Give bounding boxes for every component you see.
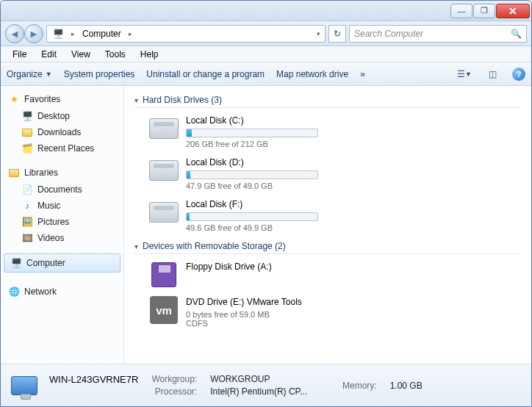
chevron-right-icon[interactable]: ▸ (68, 30, 78, 37)
hard-drive-icon (149, 157, 179, 184)
drive-filesystem: CDFS (186, 319, 326, 328)
workgroup-value: WORKGROUP (210, 374, 307, 385)
menu-view[interactable]: View (64, 48, 98, 61)
libraries-icon (8, 167, 20, 179)
section-hard-disk-drives[interactable]: ▾ Hard Disk Drives (3) (134, 95, 521, 108)
sidebar-item-recent-places[interactable]: 🗂️Recent Places (1, 140, 123, 156)
search-input[interactable]: Search Computer 🔍 (349, 25, 527, 43)
navigation-pane: ★ Favorites 🖥️Desktop Downloads 🗂️Recent… (1, 86, 124, 364)
drive-label: Local Disk (D:) (186, 157, 326, 168)
computer-icon: 🖥️ (10, 257, 22, 269)
menu-help[interactable]: Help (133, 48, 166, 61)
documents-icon: 📄 (21, 184, 33, 195)
content-pane: ▾ Hard Disk Drives (3) Local Disk (C:) 2… (124, 86, 531, 364)
computer-name: WIN-L243GVRNE7R (49, 374, 138, 385)
sidebar-item-label: Music (37, 201, 60, 211)
chevron-right-icon[interactable]: ▸ (126, 30, 135, 37)
desktop-icon: 🖥️ (21, 110, 33, 122)
drive-f[interactable]: Local Disk (F:) 49.6 GB free of 49.9 GB (149, 199, 326, 232)
help-button[interactable]: ? (512, 68, 525, 81)
command-bar: Organize▼ System properties Uninstall or… (1, 62, 531, 86)
sidebar-item-pictures[interactable]: 🖼️Pictures (1, 214, 123, 230)
sidebar-item-videos[interactable]: 🎞️Videos (1, 230, 123, 246)
vmware-icon: vm (149, 297, 179, 323)
nav-bar: ◄ ► 🖥️ ▸ Computer ▸ ▾ ↻ Search Computer … (1, 21, 531, 46)
drive-label: Floppy Disk Drive (A:) (186, 262, 326, 272)
explorer-window: — ❐ ✕ ◄ ► 🖥️ ▸ Computer ▸ ▾ ↻ Search Com… (0, 0, 532, 407)
menu-edit[interactable]: Edit (34, 48, 64, 61)
minimize-button[interactable]: — (450, 4, 472, 18)
section-removable-storage[interactable]: ▾ Devices with Removable Storage (2) (134, 241, 521, 254)
menu-file[interactable]: File (5, 48, 34, 61)
downloads-icon (21, 126, 33, 138)
recent-places-icon: 🗂️ (21, 143, 33, 154)
map-network-drive-button[interactable]: Map network drive (276, 69, 348, 79)
titlebar: — ❐ ✕ (1, 1, 531, 21)
sidebar-item-label: Network (24, 287, 57, 297)
drive-free-space: 49.6 GB free of 49.9 GB (186, 223, 326, 232)
view-options-button[interactable]: ☰▼ (456, 67, 472, 82)
drive-label: Local Disk (C:) (186, 115, 326, 126)
computer-icon (8, 371, 40, 400)
search-icon: 🔍 (511, 29, 522, 39)
sidebar-libraries[interactable]: Libraries (1, 164, 123, 181)
system-properties-button[interactable]: System properties (64, 69, 135, 79)
computer-icon: 🖥️ (48, 29, 68, 39)
sidebar-item-label: Documents (37, 184, 82, 195)
drive-dvd-e[interactable]: vm DVD Drive (E:) VMware Tools 0 bytes f… (149, 297, 326, 328)
preview-pane-button[interactable]: ◫ (484, 67, 500, 82)
pictures-icon: 🖼️ (21, 216, 33, 228)
maximize-button[interactable]: ❐ (473, 4, 495, 18)
back-button[interactable]: ◄ (5, 24, 24, 43)
sidebar-item-label: Downloads (37, 127, 81, 137)
sidebar-item-label: Recent Places (37, 143, 94, 154)
collapse-icon[interactable]: ▾ (134, 96, 138, 104)
more-commands-button[interactable]: » (360, 69, 365, 79)
videos-icon: 🎞️ (21, 232, 33, 244)
sidebar-item-label: Desktop (37, 111, 70, 121)
search-placeholder: Search Computer (354, 29, 423, 39)
capacity-bar (186, 129, 318, 137)
organize-button[interactable]: Organize▼ (7, 69, 52, 79)
drive-d[interactable]: Local Disk (D:) 47.9 GB free of 49.0 GB (149, 157, 326, 190)
sidebar-item-documents[interactable]: 📄Documents (1, 181, 123, 198)
workgroup-label: Workgroup: (151, 374, 197, 385)
music-icon: ♪ (21, 200, 33, 212)
close-button[interactable]: ✕ (496, 4, 530, 18)
capacity-bar (186, 212, 318, 221)
hard-drive-icon (149, 115, 179, 142)
forward-button[interactable]: ► (24, 24, 43, 43)
star-icon: ★ (8, 93, 20, 105)
uninstall-program-button[interactable]: Uninstall or change a program (146, 69, 265, 79)
section-title: Hard Disk Drives (3) (143, 95, 222, 105)
drive-label: DVD Drive (E:) VMware Tools (186, 297, 326, 307)
sidebar-favorites[interactable]: ★ Favorites (1, 90, 123, 108)
capacity-bar (186, 170, 318, 179)
sidebar-computer[interactable]: 🖥️ Computer (4, 253, 121, 273)
floppy-icon (149, 262, 179, 288)
drive-label: Local Disk (F:) (186, 199, 326, 209)
sidebar-item-music[interactable]: ♪Music (1, 198, 123, 214)
details-pane: WIN-L243GVRNE7R Workgroup: WORKGROUP Pro… (1, 364, 531, 406)
sidebar-item-label: Pictures (37, 217, 69, 227)
sidebar-item-label: Videos (37, 233, 64, 243)
sidebar-item-label: Favorites (24, 94, 60, 104)
memory-label: Memory: (342, 381, 377, 391)
refresh-button[interactable]: ↻ (328, 25, 346, 43)
sidebar-item-label: Libraries (24, 168, 58, 178)
section-title: Devices with Removable Storage (2) (143, 241, 286, 251)
drive-c[interactable]: Local Disk (C:) 206 GB free of 212 GB (149, 115, 326, 148)
address-bar[interactable]: 🖥️ ▸ Computer ▸ ▾ (46, 25, 326, 43)
collapse-icon[interactable]: ▾ (134, 242, 138, 251)
sidebar-item-downloads[interactable]: Downloads (1, 124, 123, 140)
menu-tools[interactable]: Tools (98, 48, 133, 61)
memory-value: 1.00 GB (390, 381, 423, 391)
menu-bar: File Edit View Tools Help (1, 46, 531, 62)
sidebar-item-desktop[interactable]: 🖥️Desktop (1, 108, 123, 124)
address-dropdown[interactable]: ▾ (314, 30, 323, 37)
hard-drive-icon (149, 199, 179, 226)
drive-floppy-a[interactable]: Floppy Disk Drive (A:) (149, 262, 326, 288)
drive-free-space: 0 bytes free of 59.0 MB (186, 310, 326, 319)
breadcrumb-computer[interactable]: Computer (78, 29, 126, 39)
sidebar-network[interactable]: 🌐 Network (1, 283, 123, 300)
